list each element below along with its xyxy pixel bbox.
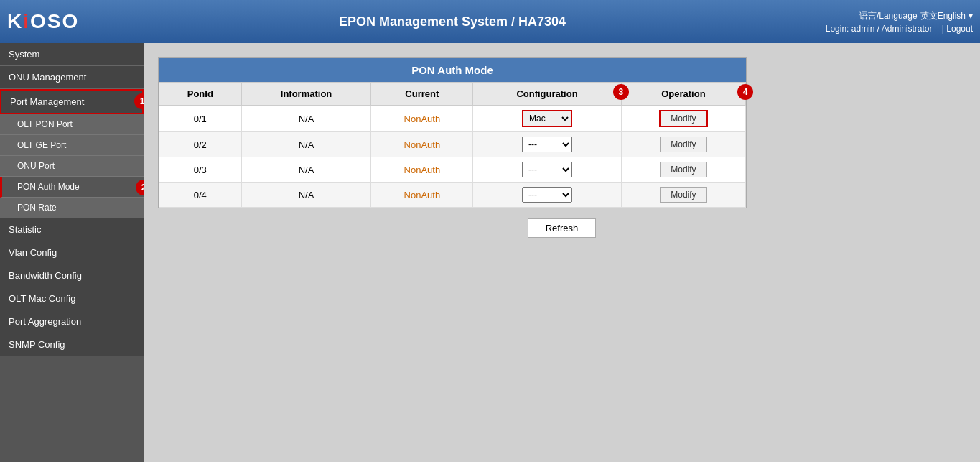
modify-button-row2[interactable]: Modify [660,137,706,152]
chevron-down-icon: ▾ [969,11,973,21]
col-header-operation: Operation 4 [621,83,745,106]
sidebar-item-pon-auth-mode[interactable]: PON Auth Mode 2 [0,177,144,198]
sidebar-item-olt-pon-port[interactable]: OLT PON Port [0,114,144,135]
table-row: 0/1 N/A NonAuth Mac --- Loid Hybrid [159,106,746,132]
sidebar-label-olt-pon-port: OLT PON Port [17,119,73,129]
cell-config: Mac --- Loid Hybrid [473,106,622,132]
language-selector[interactable]: 语言/Language 英文English ▾ [859,10,973,22]
cell-config: --- Mac Loid Hybrid [473,132,622,157]
logo: KiOSO [7,10,79,33]
sidebar-label-onu-mgmt: ONU Management [9,72,86,83]
table-row: 0/4 N/A NonAuth --- Mac Loid Hybrid [159,183,746,208]
sidebar-item-port-mgmt[interactable]: Port Management 1 [0,89,144,114]
sidebar-label-system: System [9,49,39,60]
sidebar-label-pon-rate: PON Rate [17,203,57,213]
sidebar-label-port-aggr: Port Aggregration [9,316,81,327]
table-row: 0/3 N/A NonAuth --- Mac Loid Hybrid [159,157,746,183]
header: KiOSO EPON Management System / HA7304 语言… [0,0,980,43]
cell-operation: Modify [621,183,745,208]
language-label: 语言/Language [859,10,918,22]
cell-information: N/A [241,132,371,157]
cell-operation: Modify [621,157,745,183]
sidebar-label-pon-auth-mode: PON Auth Mode [17,182,80,192]
logout-link[interactable]: | Logout [942,24,973,34]
main-content: PON Auth Mode PonId Information Current … [144,43,980,462]
sidebar-item-pon-rate[interactable]: PON Rate [0,198,144,218]
login-text: Login: admin / Administrator [826,24,933,34]
cell-information: N/A [241,183,371,208]
modify-button-row3[interactable]: Modify [660,162,706,177]
sidebar-label-port-mgmt: Port Management [10,96,84,107]
sidebar-label-bw-config: Bandwidth Config [9,270,82,281]
cell-operation: Modify [621,132,745,157]
sidebar-item-snmp-config[interactable]: SNMP Config [0,333,144,356]
pon-auth-table-container: PON Auth Mode PonId Information Current … [158,57,747,208]
table-body: 0/1 N/A NonAuth Mac --- Loid Hybrid [159,106,746,208]
annotation-4: 4 [737,84,753,100]
refresh-area: Refresh [158,208,966,248]
logo-text: KiOSO [7,10,79,33]
login-info: Login: admin / Administrator | Logout [826,24,973,34]
cell-information: N/A [241,157,371,183]
cell-ponid: 0/4 [159,183,242,208]
cell-current: NonAuth [371,132,473,157]
cell-operation: Modify [621,106,745,132]
layout: System ONU Management Port Management 1 … [0,43,980,462]
modify-button-row1[interactable]: Modify [659,110,707,127]
cell-current: NonAuth [371,183,473,208]
cell-config: --- Mac Loid Hybrid [473,183,622,208]
sidebar-item-olt-ge-port[interactable]: OLT GE Port [0,135,144,156]
cell-ponid: 0/1 [159,106,242,132]
sidebar-item-statistic[interactable]: Statistic [0,218,144,241]
refresh-button[interactable]: Refresh [528,218,597,238]
sidebar-item-vlan-config[interactable]: Vlan Config [0,241,144,264]
cell-information: N/A [241,106,371,132]
header-right: 语言/Language 英文English ▾ Login: admin / A… [826,10,973,34]
cell-ponid: 0/2 [159,132,242,157]
table-header-row: PonId Information Current Configuration … [159,83,746,106]
cell-current: NonAuth [371,106,473,132]
cell-current: NonAuth [371,157,473,183]
annotation-1: 1 [134,93,144,109]
sidebar-item-olt-mac-config[interactable]: OLT Mac Config [0,287,144,310]
pon-auth-table: PonId Information Current Configuration … [159,82,746,208]
modify-button-row4[interactable]: Modify [660,187,706,203]
sidebar: System ONU Management Port Management 1 … [0,43,144,462]
annotation-2: 2 [136,180,144,195]
sidebar-item-port-aggr[interactable]: Port Aggregration [0,310,144,333]
col-header-ponid: PonId [159,83,242,106]
header-title: EPON Management System / HA7304 [79,14,826,29]
col-header-current: Current [371,83,473,106]
config-select-row1[interactable]: Mac --- Loid Hybrid [522,110,572,127]
sidebar-item-system[interactable]: System [0,43,144,66]
sidebar-item-onu-mgmt[interactable]: ONU Management [0,66,144,89]
table-row: 0/2 N/A NonAuth --- Mac Loid Hybrid [159,132,746,157]
language-value[interactable]: 英文English [920,10,966,22]
sidebar-label-vlan-config: Vlan Config [9,247,57,258]
sidebar-item-bw-config[interactable]: Bandwidth Config [0,264,144,287]
config-select-row3[interactable]: --- Mac Loid Hybrid [522,162,572,177]
col-header-configuration: Configuration 3 [473,83,622,106]
cell-ponid: 0/3 [159,157,242,183]
sidebar-label-onu-port: ONU Port [17,161,55,171]
table-title: PON Auth Mode [159,58,746,82]
sidebar-label-olt-mac-config: OLT Mac Config [9,293,75,304]
config-select-row2[interactable]: --- Mac Loid Hybrid [522,137,572,152]
cell-config: --- Mac Loid Hybrid [473,157,622,183]
col-header-information: Information [241,83,371,106]
sidebar-label-olt-ge-port: OLT GE Port [17,140,66,150]
config-select-row4[interactable]: --- Mac Loid Hybrid [522,187,572,203]
sidebar-label-statistic: Statistic [9,224,42,235]
sidebar-label-snmp-config: SNMP Config [9,339,65,350]
sidebar-item-onu-port[interactable]: ONU Port [0,156,144,177]
